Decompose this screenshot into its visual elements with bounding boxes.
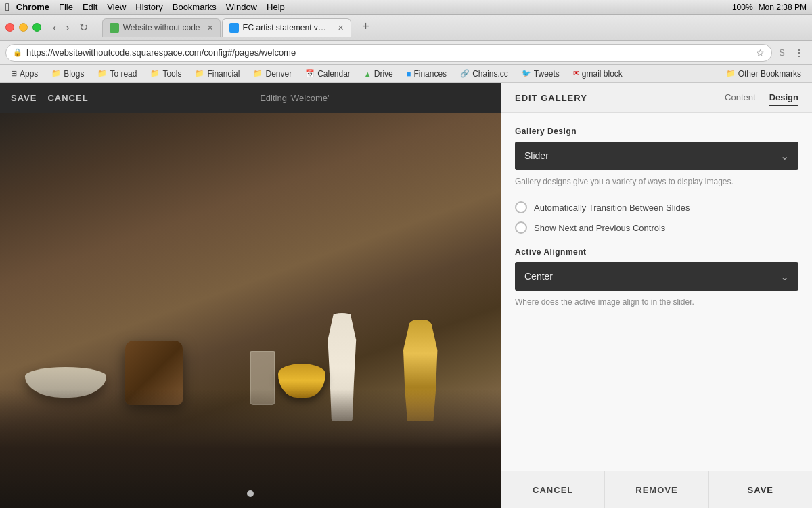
mac-menu-bar:  Chrome File Edit View History Bookmark… [0, 0, 812, 15]
radio-auto-transition-circle [515, 201, 527, 213]
menu-history[interactable]: History [135, 2, 162, 12]
menu-chrome[interactable]: Chrome [16, 2, 49, 12]
bookmark-other[interactable]: 📁 Other Bookmarks [721, 68, 807, 80]
bookmark-drive[interactable]: ▲ Drive [359, 68, 399, 80]
cancel-editor-button[interactable]: CANCEL [47, 89, 88, 107]
bookmark-to-read[interactable]: 📁 To read [92, 68, 142, 80]
tab-2-label: EC artist statement v1 – C… [243, 23, 331, 33]
back-button[interactable]: ‹ [49, 20, 60, 35]
panel-remove-button[interactable]: REMOVE [605, 471, 708, 508]
gmail-bookmark-icon: ✉ [573, 69, 579, 78]
menu-time: Mon 2:38 PM [759, 3, 807, 12]
bookmark-gmail-block[interactable]: ✉ gmail block [568, 68, 628, 80]
active-alignment-help: Where does the active image align to in … [515, 296, 798, 308]
gallery-design-help: Gallery designs give you a variety of wa… [515, 175, 798, 188]
tab-1-label: Website without code [123, 23, 200, 33]
active-alignment-select[interactable]: Center Left Right [515, 262, 798, 291]
maximize-button[interactable] [32, 23, 41, 32]
main-content: SAVE CANCEL Editing 'Welcome' [0, 83, 812, 508]
address-bar[interactable]: 🔒 https://websitewithoutcode.squarespace… [5, 44, 772, 62]
active-alignment-group: Active Alignment Center Left Right ⌄ Whe… [515, 247, 798, 308]
menu-help[interactable]: Help [267, 2, 285, 12]
bookmark-tools[interactable]: 📁 Tools [145, 68, 187, 80]
editor-toolbar: SAVE CANCEL Editing 'Welcome' [0, 83, 501, 113]
radio-group: Automatically Transition Between Slides … [515, 201, 798, 234]
denver-bookmark-icon: 📁 [253, 69, 263, 78]
nav-buttons: ‹ › ↻ [49, 20, 91, 35]
apps-bookmark-icon: ⊞ [11, 69, 17, 78]
menu-window[interactable]: Window [226, 2, 257, 12]
gallery-dot-1[interactable] [247, 490, 254, 497]
tabs-bar: Website without code ✕ EC artist stateme… [97, 18, 807, 37]
extensions-icon[interactable]: ⋮ [792, 46, 807, 60]
bookmark-denver[interactable]: 📁 Denver [248, 68, 297, 80]
toread-bookmark-icon: 📁 [97, 69, 107, 78]
apple-menu[interactable]:  [5, 1, 9, 14]
radio-show-controls-label: Show Next and Previous Controls [534, 223, 665, 233]
bookmark-calendar[interactable]: 📅 Calendar [300, 68, 356, 80]
new-tab-button[interactable]: + [358, 20, 374, 34]
radio-auto-transition-label: Automatically Transition Between Slides [534, 203, 690, 213]
tab-design[interactable]: Design [769, 89, 798, 106]
gallery-image-area [0, 113, 501, 508]
tab-2-close[interactable]: ✕ [338, 24, 344, 33]
panel-cancel-button[interactable]: CANCEL [501, 471, 605, 508]
bookmark-tweets[interactable]: 🐦 Tweets [516, 68, 565, 80]
tab-1[interactable]: Website without code ✕ [102, 18, 221, 37]
radio-show-controls-circle [515, 221, 527, 234]
tab-2[interactable]: EC artist statement v1 – C… ✕ [222, 18, 351, 37]
radio-auto-transition[interactable]: Automatically Transition Between Slides [515, 201, 798, 213]
tab-1-close[interactable]: ✕ [207, 24, 213, 33]
panel-header: EDIT GALLERY Content Design [501, 83, 812, 113]
blogs-bookmark-icon: 📁 [51, 69, 61, 78]
bookmark-apps[interactable]: ⊞ Apps [5, 68, 43, 80]
forward-button[interactable]: › [62, 20, 72, 35]
url-text: https://websitewithoutcode.squarespace.c… [26, 47, 752, 58]
right-panel: EDIT GALLERY Content Design Gallery Desi… [501, 83, 812, 508]
reload-button[interactable]: ↻ [76, 20, 91, 35]
close-button[interactable] [5, 23, 14, 32]
tab-content[interactable]: Content [725, 89, 756, 106]
bookmark-chains[interactable]: 🔗 Chains.cc [455, 68, 514, 80]
financial-bookmark-icon: 📁 [195, 69, 204, 78]
other-bookmark-icon: 📁 [726, 69, 736, 78]
bookmark-calendar-label: Calendar [317, 69, 351, 79]
gallery-design-label: Gallery Design [515, 127, 798, 136]
save-editor-button[interactable]: SAVE [11, 89, 37, 107]
title-bar: ‹ › ↻ Website without code ✕ EC artist s… [0, 15, 812, 41]
bookmark-chains-label: Chains.cc [472, 69, 508, 79]
bookmark-other-label: Other Bookmarks [738, 69, 801, 79]
menu-file[interactable]: File [59, 2, 73, 12]
bookmark-star-icon[interactable]: ☆ [756, 47, 765, 58]
minimize-button[interactable] [19, 23, 28, 32]
menu-bookmarks[interactable]: Bookmarks [173, 2, 217, 12]
menu-battery: 100% [732, 3, 753, 12]
menu-edit[interactable]: Edit [83, 2, 97, 12]
gallery-design-select[interactable]: Slider Grid Stack Slideshow [515, 142, 798, 170]
chains-bookmark-icon: 🔗 [460, 69, 470, 78]
bookmark-tools-label: Tools [162, 69, 181, 79]
bookmark-financial[interactable]: 📁 Financial [189, 68, 245, 80]
bookmark-drive-label: Drive [374, 69, 393, 79]
menu-view[interactable]: View [107, 2, 126, 12]
gallery-design-dropdown-wrapper: Slider Grid Stack Slideshow ⌄ [515, 142, 798, 170]
gallery-design-group: Gallery Design Slider Grid Stack Slidesh… [515, 127, 798, 188]
chrome-window: ‹ › ↻ Website without code ✕ EC artist s… [0, 15, 812, 508]
calendar-bookmark-icon: 📅 [305, 69, 315, 78]
panel-save-button[interactable]: SAVE [709, 471, 812, 508]
tweets-bookmark-icon: 🐦 [522, 69, 531, 78]
panel-title: EDIT GALLERY [515, 93, 725, 103]
bookmark-financial-label: Financial [207, 69, 240, 79]
gallery-dots [247, 490, 254, 497]
radio-show-controls[interactable]: Show Next and Previous Controls [515, 221, 798, 234]
bookmark-finances[interactable]: ■ Finances [401, 68, 452, 80]
finances-bookmark-icon: ■ [407, 70, 411, 78]
tab-2-favicon [229, 23, 239, 33]
bookmark-gmail-block-label: gmail block [582, 69, 623, 79]
bookmark-apps-label: Apps [20, 69, 38, 79]
bookmark-blogs[interactable]: 📁 Blogs [46, 68, 89, 80]
panel-footer: CANCEL REMOVE SAVE [501, 471, 812, 508]
panel-body: Gallery Design Slider Grid Stack Slidesh… [501, 113, 812, 471]
squarespace-icon[interactable]: S [776, 46, 788, 59]
panel-tabs: Content Design [725, 89, 798, 106]
